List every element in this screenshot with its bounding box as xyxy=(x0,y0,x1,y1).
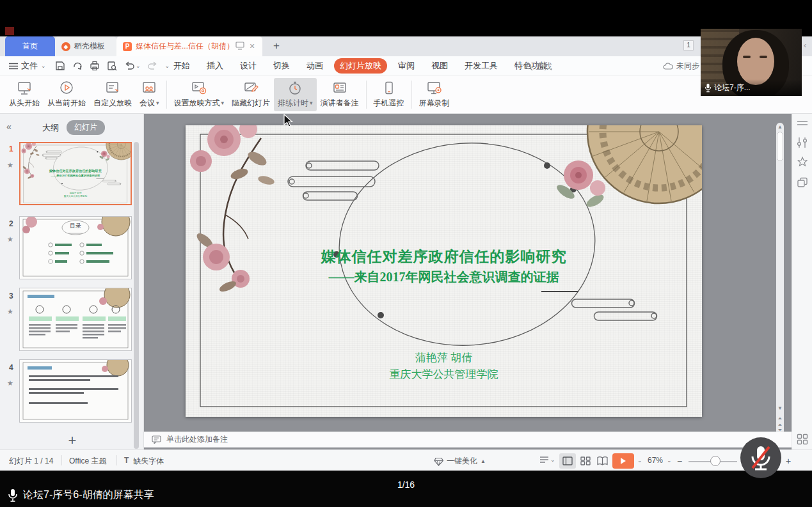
mic-mute-button[interactable] xyxy=(740,437,781,478)
zoom-out-button[interactable]: − xyxy=(677,456,682,466)
chevron-down-icon: ⌄ xyxy=(41,63,46,69)
print-preview-icon[interactable] xyxy=(107,61,117,71)
notes-toggle-button[interactable]: ⌄ xyxy=(539,456,555,464)
undo-button[interactable]: ⌄ xyxy=(124,61,141,71)
slide-canvas[interactable]: 媒体信任对差序政府信任的影响研究 ——来自2017年网民社会意识调查的证据 蒲艳… xyxy=(186,125,702,417)
print-icon[interactable] xyxy=(90,61,100,71)
play-from-start-button[interactable]: 从头开始 xyxy=(5,78,44,111)
hide-slide-button[interactable]: 隐藏幻灯片 xyxy=(228,78,274,111)
normal-view-button[interactable] xyxy=(559,453,576,469)
custom-show-button[interactable]: 自定义放映 xyxy=(90,78,136,111)
hide-slide-label: 隐藏幻灯片 xyxy=(232,98,270,109)
play-from-current-button[interactable]: 从当前开始 xyxy=(44,78,90,111)
zoom-caret-icon[interactable]: ⌄ xyxy=(667,457,672,464)
tab-outline[interactable]: 大纲 xyxy=(42,122,59,134)
webcam-mic-icon xyxy=(705,83,712,93)
mini-slide-subtitle: ——来自2017年网民社会意识调查的证据 xyxy=(20,174,131,178)
slide-title[interactable]: 媒体信任对差序政府信任的影响研究 xyxy=(186,247,702,267)
menu-item-design[interactable]: 设计 xyxy=(234,58,262,74)
scroll-down-arrow[interactable]: ▼ xyxy=(776,405,784,411)
file-menu-button[interactable]: 文件 ⌄ xyxy=(9,59,46,72)
collapse-panel-icon[interactable]: « xyxy=(6,121,12,132)
theme-name[interactable]: Office 主题 xyxy=(69,456,106,467)
setup-show-label: 设置放映方式 xyxy=(174,98,220,109)
search-button[interactable]: 查找 xyxy=(525,61,552,72)
menu-item-review[interactable]: 审阅 xyxy=(392,58,420,74)
slide-sorter-view-button[interactable] xyxy=(577,453,594,469)
undo-icon xyxy=(124,61,134,71)
slide-institution[interactable]: 重庆大学公共管理学院 xyxy=(186,367,702,382)
slide-thumbnail-1[interactable]: 媒体信任对差序政府信任的影响研究 ——来自2017年网民社会意识调查的证据 蒲艳… xyxy=(19,142,132,205)
reading-view-button[interactable] xyxy=(594,453,610,469)
mini-slide-authors: 蒲艳萍 胡倩 xyxy=(20,191,131,194)
menu-item-devtools[interactable]: 开发工具 xyxy=(459,58,504,74)
cloud-sync-status[interactable]: 未同步 xyxy=(663,61,699,72)
zoom-slider-thumb[interactable] xyxy=(710,456,720,466)
animation-star-icon: ★ xyxy=(7,308,19,316)
menu-item-view[interactable]: 视图 xyxy=(426,58,454,74)
tab-count-badge[interactable]: 1 xyxy=(683,40,694,51)
missing-fonts-button[interactable]: 缺失字体 xyxy=(133,456,164,467)
meeting-button[interactable]: 会议▾ xyxy=(136,78,163,111)
slide-thumbnail-2[interactable]: 目录 xyxy=(19,216,132,279)
tab-docer-label: 稻壳模板 xyxy=(74,41,105,52)
webcam-person-face xyxy=(737,38,774,85)
close-tab-icon[interactable]: × xyxy=(250,41,255,51)
sidebar-scrollbar[interactable] xyxy=(134,142,139,449)
tab-docer-templates[interactable]: ◆ 稻壳模板 xyxy=(55,36,116,56)
slide-panel: « 大纲 幻灯片 1 ★ 媒体信任对差序政府信任的影响研究 ——来自2017年网… xyxy=(0,114,144,449)
menu-item-animations[interactable]: 动画 xyxy=(301,58,329,74)
rail-menu-icon[interactable] xyxy=(797,120,808,127)
tab-slides-active[interactable]: 幻灯片 xyxy=(67,120,105,135)
zoom-level[interactable]: 67% xyxy=(648,456,663,465)
menu-item-slideshow-active[interactable]: 幻灯片放映 xyxy=(334,58,387,74)
menu-items: 开始 插入 设计 切换 动画 幻灯片放映 审阅 视图 开发工具 特色功能 xyxy=(168,56,553,75)
scroll-up-arrow[interactable]: ▲ xyxy=(776,124,784,130)
one-click-beautify-button[interactable]: 一键美化 ▲ xyxy=(434,456,486,467)
phone-remote-button[interactable]: 手机遥控 xyxy=(370,78,408,111)
save-icon[interactable] xyxy=(55,61,65,71)
screen-record-button[interactable]: 屏幕录制 xyxy=(415,78,454,111)
main-scrollbar-thumb[interactable] xyxy=(777,132,783,161)
undo-caret-icon[interactable]: ⌄ xyxy=(136,63,141,69)
menu-item-home[interactable]: 开始 xyxy=(168,58,196,74)
export-pdf-icon[interactable] xyxy=(72,61,83,71)
setup-show-button[interactable]: 设置放映方式▾ xyxy=(170,78,228,111)
grid-panel-icon[interactable] xyxy=(797,433,808,445)
menu-item-transitions[interactable]: 切换 xyxy=(267,58,296,74)
mini-slide-institution: 重庆大学公共管理学院 xyxy=(20,195,131,198)
window-tab-bar: 首页 ◆ 稻壳模板 P 媒体信任与差...信任（胡倩） × + 1 xyxy=(0,36,812,56)
resource-panel-icon[interactable] xyxy=(797,177,808,189)
top-letterbox xyxy=(0,0,812,36)
play-options-caret-icon[interactable]: ⌄ xyxy=(637,457,642,464)
slide-subtitle[interactable]: ——来自2017年网民社会意识调查的证据 xyxy=(186,269,702,286)
slide-thumbnail-3[interactable] xyxy=(19,288,132,351)
menu-item-insert[interactable]: 插入 xyxy=(201,58,229,74)
properties-sliders-icon[interactable] xyxy=(797,137,808,148)
toolbar-separator xyxy=(366,81,367,109)
zoom-in-button[interactable]: + xyxy=(786,456,791,466)
recording-indicator xyxy=(5,27,14,35)
webcam-video-tile[interactable]: 论坛7-序... xyxy=(701,29,802,96)
add-slide-button[interactable]: + xyxy=(63,432,82,449)
tab-home-label: 首页 xyxy=(22,41,38,52)
main-scrollbar-track[interactable] xyxy=(776,123,784,436)
share-screen-icon[interactable] xyxy=(235,42,244,52)
mini-slide-title: 媒体信任对差序政府信任的影响研究 xyxy=(20,169,131,173)
smart-beautify-star-icon[interactable] xyxy=(797,156,808,168)
video-panel-collapse-chevron[interactable]: ‹ xyxy=(804,40,806,50)
tab-home[interactable]: 首页 xyxy=(5,36,55,56)
notes-bar[interactable]: 单击此处添加备注 xyxy=(144,432,792,448)
slide-authors[interactable]: 蒲艳萍 胡倩 xyxy=(186,350,702,365)
notes-toggle-caret-icon: ⌄ xyxy=(550,456,555,463)
book-view-icon xyxy=(597,456,608,465)
redo-icon-disabled[interactable] xyxy=(148,61,158,71)
slideshow-play-button[interactable] xyxy=(612,453,634,469)
phone-remote-label: 手机遥控 xyxy=(374,98,404,109)
rehearse-timing-icon xyxy=(287,81,303,96)
new-tab-button[interactable]: + xyxy=(269,38,284,54)
previous-slide-arrow[interactable]: ⏶⏶ xyxy=(776,416,784,428)
rehearse-timing-button[interactable]: 排练计时▾ xyxy=(274,78,317,111)
slide-thumbnail-4[interactable] xyxy=(19,359,132,423)
presenter-notes-button[interactable]: 演讲者备注 xyxy=(317,78,363,111)
